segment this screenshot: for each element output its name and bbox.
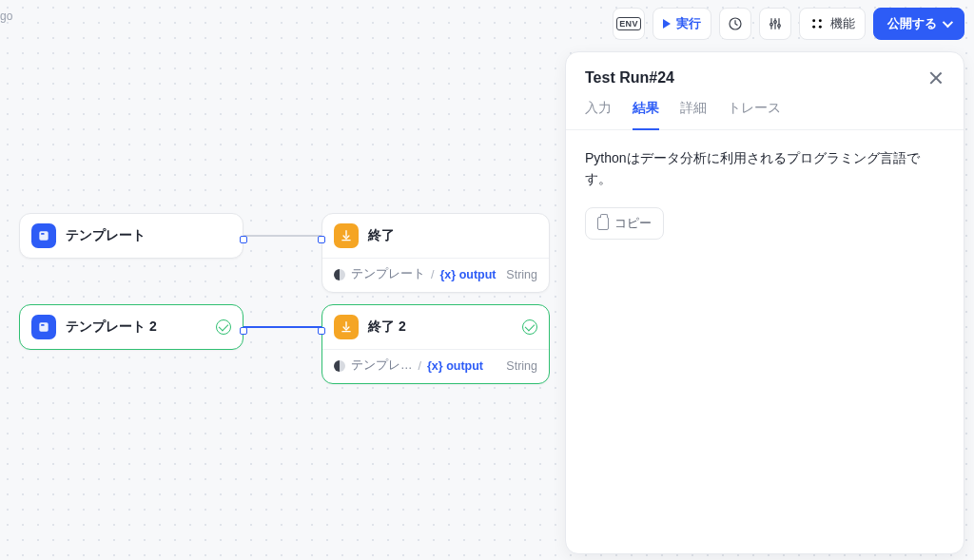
features-button-label: 機能	[830, 15, 855, 32]
variable-type: String	[506, 268, 537, 281]
publish-button-label: 公開する	[887, 15, 937, 32]
source-name: テンプレート	[351, 266, 425, 282]
result-panel: Test Run#24 入力 結果 詳細 トレース Pythonはデータ分析に利…	[565, 51, 964, 554]
svg-point-1	[770, 23, 773, 26]
history-button[interactable]	[719, 8, 751, 40]
variable-type: String	[506, 359, 537, 373]
node-title: テンプレート	[66, 227, 146, 244]
run-button-label: 実行	[676, 15, 701, 32]
variable-name: {x} output	[439, 268, 496, 281]
node-end-2[interactable]: 終了 2 テンプレ… / {x} output String	[321, 304, 550, 384]
env-button[interactable]: ENV	[613, 8, 645, 40]
workflow-canvas[interactable]: go ENV 実行	[0, 0, 974, 560]
slash: /	[431, 268, 434, 281]
svg-point-6	[812, 26, 815, 29]
svg-point-4	[812, 19, 815, 22]
tab-input[interactable]: 入力	[585, 100, 612, 129]
env-icon: ENV	[616, 17, 640, 30]
template-icon	[31, 223, 56, 248]
copy-button[interactable]: コピー	[585, 207, 664, 240]
template-icon	[31, 315, 56, 339]
clipboard-icon	[597, 217, 609, 230]
svg-rect-10	[39, 322, 48, 331]
end-icon	[334, 223, 359, 248]
end-icon	[334, 315, 359, 339]
edge-tpl1-end1	[244, 235, 321, 237]
node-template-2[interactable]: テンプレート 2	[19, 304, 244, 350]
node-title: 終了 2	[368, 319, 406, 336]
sliders-icon	[768, 16, 783, 31]
status-badge	[522, 319, 537, 335]
svg-point-3	[778, 25, 781, 28]
clock-icon	[728, 16, 743, 31]
node-row: テンプレート / {x} output String	[322, 258, 549, 292]
svg-rect-8	[39, 231, 48, 240]
svg-point-5	[819, 19, 822, 22]
copy-button-label: コピー	[614, 215, 652, 232]
grid-icon	[809, 16, 825, 31]
top-toolbar: ENV 実行 機能 公	[613, 6, 964, 42]
result-text: Pythonはデータ分析に利用されるプログラミング言語です。	[566, 130, 964, 207]
input-port[interactable]	[318, 327, 325, 335]
variable-icon	[334, 269, 345, 280]
tab-detail[interactable]: 詳細	[680, 100, 707, 129]
svg-point-7	[819, 26, 822, 29]
tab-trace[interactable]: トレース	[728, 100, 781, 129]
node-row: テンプレ… / {x} output String	[322, 349, 549, 383]
play-icon	[663, 19, 671, 29]
status-badge	[216, 319, 231, 335]
chevron-down-icon	[943, 17, 953, 28]
edge-tpl2-end2	[244, 326, 321, 328]
svg-rect-11	[41, 324, 45, 326]
features-button[interactable]: 機能	[799, 8, 866, 40]
input-port[interactable]	[318, 236, 325, 243]
svg-point-2	[774, 21, 777, 24]
run-button[interactable]: 実行	[653, 8, 711, 40]
node-end-1[interactable]: 終了 テンプレート / {x} output String	[321, 213, 550, 293]
output-port[interactable]	[240, 236, 247, 243]
publish-button[interactable]: 公開する	[873, 8, 964, 40]
source-name: テンプレ…	[351, 357, 413, 374]
breadcrumb-fragment: go	[0, 10, 12, 23]
check-icon	[522, 319, 537, 335]
node-title: 終了	[368, 227, 395, 244]
svg-rect-9	[41, 233, 45, 235]
tab-result[interactable]: 結果	[633, 100, 659, 130]
slash: /	[419, 359, 421, 373]
check-icon	[216, 319, 231, 335]
panel-tabs: 入力 結果 詳細 トレース	[566, 87, 964, 130]
panel-title: Test Run#24	[585, 69, 674, 87]
close-icon[interactable]	[927, 69, 945, 87]
variable-name: {x} output	[427, 359, 483, 373]
settings-button[interactable]	[759, 8, 791, 40]
node-title: テンプレート 2	[66, 319, 157, 336]
node-template-1[interactable]: テンプレート	[19, 213, 244, 259]
output-port[interactable]	[240, 327, 247, 335]
variable-icon	[334, 360, 345, 372]
